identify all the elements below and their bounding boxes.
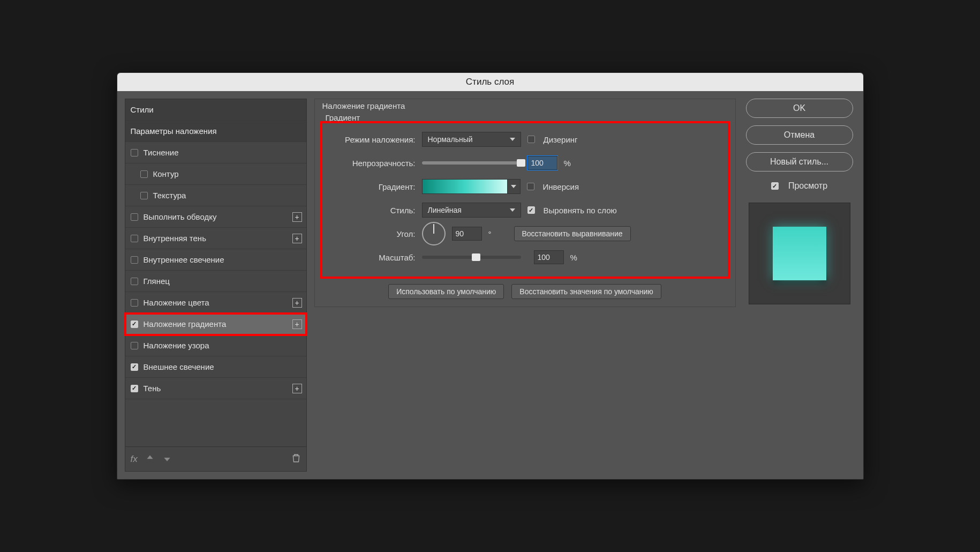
sidebar-item-label: Наложение цвета <box>144 298 209 307</box>
scale-label: Масштаб: <box>330 253 416 262</box>
scale-input[interactable] <box>534 250 564 264</box>
fx-icon[interactable]: fx <box>131 454 138 465</box>
settings-panel: Наложение градиента Градиент Режим налож… <box>314 99 736 472</box>
sidebar-item-label: Контур <box>153 169 179 178</box>
sidebar-item-label: Глянец <box>144 277 170 286</box>
checkbox-icon[interactable] <box>140 192 148 199</box>
sidebar-item-label: Тень <box>144 384 161 393</box>
preview-label: Просмотр <box>788 181 827 191</box>
layer-style-dialog: Стиль слоя Стили Параметры наложения Тис… <box>117 72 864 480</box>
dither-label: Дизеринг <box>544 135 578 144</box>
sidebar-item-9[interactable]: Наложение узора <box>125 335 306 356</box>
plus-icon[interactable]: + <box>292 298 302 308</box>
plus-icon[interactable]: + <box>292 384 302 393</box>
sidebar-header-styles[interactable]: Стили <box>125 99 306 121</box>
checkbox-icon[interactable] <box>131 342 138 349</box>
checkbox-icon[interactable] <box>131 256 138 264</box>
trash-icon[interactable] <box>291 453 301 465</box>
sidebar-item-3[interactable]: Выполнить обводку+ <box>125 206 306 228</box>
styles-sidebar: Стили Параметры наложения ТиснениеКонтур… <box>125 99 307 472</box>
sidebar-footer: fx <box>125 446 306 471</box>
reset-default-button[interactable]: Восстановить значения по умолчанию <box>511 284 661 299</box>
new-style-button[interactable]: Новый стиль... <box>746 152 853 171</box>
preview-box <box>749 203 850 304</box>
blend-mode-select[interactable]: Нормальный <box>422 132 521 147</box>
angle-unit: ° <box>488 229 492 238</box>
sidebar-item-1[interactable]: Контур <box>125 163 306 185</box>
checkbox-icon[interactable] <box>131 363 138 371</box>
checkbox-icon[interactable] <box>131 320 138 328</box>
checkbox-icon[interactable] <box>140 170 148 178</box>
opacity-input[interactable] <box>527 156 557 170</box>
align-label: Выровнять по слою <box>544 206 617 215</box>
gradient-dropdown[interactable] <box>508 179 521 194</box>
sidebar-item-6[interactable]: Глянец <box>125 271 306 292</box>
opacity-slider[interactable] <box>422 161 521 165</box>
sidebar-item-label: Внутреннее свечение <box>144 255 224 264</box>
sidebar-item-label: Тиснение <box>144 148 179 157</box>
make-default-button[interactable]: Использовать по умолчанию <box>388 284 504 299</box>
preview-swatch <box>773 227 826 280</box>
sidebar-item-label: Наложение узора <box>144 341 209 350</box>
reverse-label: Инверсия <box>543 182 579 191</box>
reset-alignment-button[interactable]: Восстановить выравнивание <box>514 226 631 241</box>
plus-icon[interactable]: + <box>292 319 302 329</box>
checkbox-icon[interactable] <box>131 235 138 242</box>
sidebar-item-5[interactable]: Внутреннее свечение <box>125 249 306 271</box>
style-select[interactable]: Линейная <box>422 203 521 218</box>
align-checkbox[interactable]: Выровнять по слою <box>527 206 617 215</box>
gradient-label: Градиент: <box>330 182 416 191</box>
sidebar-item-label: Наложение градиента <box>144 319 227 329</box>
opacity-unit: % <box>564 159 571 168</box>
checkbox-icon[interactable] <box>131 278 138 285</box>
angle-dial[interactable] <box>422 222 446 245</box>
sidebar-item-7[interactable]: Наложение цвета+ <box>125 292 306 314</box>
sidebar-item-label: Текстура <box>153 191 186 200</box>
checkbox-icon[interactable] <box>131 149 138 156</box>
gradient-overlay-group: Наложение градиента Градиент Режим налож… <box>314 99 736 307</box>
sidebar-item-8[interactable]: Наложение градиента+ <box>125 314 306 335</box>
preview-checkbox[interactable]: Просмотр <box>771 181 827 191</box>
sidebar-item-10[interactable]: Внешнее свечение <box>125 356 306 378</box>
arrow-up-icon[interactable] <box>145 453 155 465</box>
cancel-button[interactable]: Отмена <box>746 125 853 145</box>
sidebar-item-11[interactable]: Тень+ <box>125 378 306 399</box>
scale-unit: % <box>570 253 577 262</box>
checkbox-icon[interactable] <box>131 299 138 307</box>
sidebar-item-2[interactable]: Текстура <box>125 185 306 206</box>
sidebar-item-label: Внутренняя тень <box>144 234 206 243</box>
angle-input[interactable] <box>452 227 482 241</box>
right-buttons: OK Отмена Новый стиль... Просмотр <box>743 99 856 472</box>
scale-slider[interactable] <box>422 256 521 259</box>
sidebar-item-4[interactable]: Внутренняя тень+ <box>125 228 306 249</box>
sidebar-item-label: Выполнить обводку <box>144 212 217 221</box>
dither-checkbox[interactable]: Дизеринг <box>527 135 578 144</box>
sidebar-header-blending[interactable]: Параметры наложения <box>125 121 306 142</box>
style-label: Стиль: <box>330 206 416 215</box>
arrow-down-icon[interactable] <box>162 453 172 465</box>
controls-highlighted: Режим наложения: Нормальный Дизеринг Неп… <box>322 123 728 277</box>
ok-button[interactable]: OK <box>746 99 853 118</box>
reverse-checkbox[interactable]: Инверсия <box>527 182 579 191</box>
checkbox-icon[interactable] <box>131 385 138 392</box>
sidebar-item-label: Внешнее свечение <box>144 362 214 371</box>
sidebar-item-0[interactable]: Тиснение <box>125 142 306 163</box>
group-title: Наложение градиента <box>319 101 409 110</box>
checkbox-icon[interactable] <box>131 213 138 221</box>
plus-icon[interactable]: + <box>292 234 302 243</box>
opacity-label: Непрозрачность: <box>330 159 416 168</box>
blend-mode-label: Режим наложения: <box>330 135 416 144</box>
sub-title: Градиент <box>326 113 728 122</box>
angle-label: Угол: <box>330 229 416 238</box>
plus-icon[interactable]: + <box>292 212 302 222</box>
dialog-title: Стиль слоя <box>117 73 863 91</box>
gradient-preview[interactable] <box>422 179 508 194</box>
